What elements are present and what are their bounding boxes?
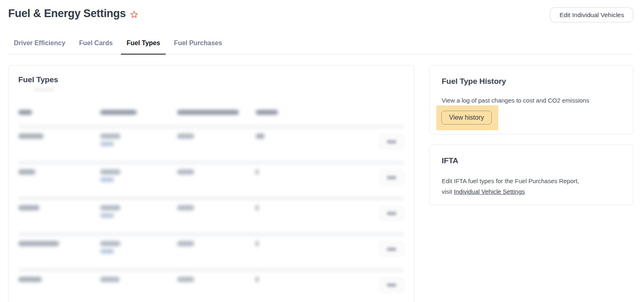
redacted-emissions-text <box>177 241 194 246</box>
column-header-fuel-cost <box>100 110 177 115</box>
tab-fuel-types[interactable]: Fuel Types <box>121 39 166 55</box>
redacted-type-text <box>18 133 44 139</box>
ifta-card-text: Edit IFTA fuel types for the Fuel Purcha… <box>442 176 621 197</box>
content-area: Fuel Types <box>0 55 644 302</box>
edit-individual-vehicles-button[interactable]: Edit Individual Vehicles <box>550 7 633 22</box>
redacted-cost-text <box>100 169 120 175</box>
redacted-cost-link[interactable] <box>100 213 114 218</box>
redacted-emissions-text <box>177 205 194 210</box>
table-row <box>18 129 404 160</box>
column-header-type <box>18 110 100 115</box>
column-header-vehicles <box>256 110 376 115</box>
row-edit-button[interactable] <box>379 206 404 221</box>
individual-vehicle-settings-link[interactable]: Individual Vehicle Settings <box>454 188 525 195</box>
table-body <box>18 124 404 302</box>
tab-fuel-cards[interactable]: Fuel Cards <box>73 39 118 55</box>
redacted-type-text <box>18 241 59 246</box>
history-card-description: View a log of past changes to cost and C… <box>442 97 621 104</box>
redacted-subtitle <box>33 88 55 91</box>
tab-fuel-purchases[interactable]: Fuel Purchases <box>168 39 228 55</box>
redacted-cost-text <box>100 133 120 139</box>
redacted-cost-link[interactable] <box>100 177 114 182</box>
favorite-star-icon[interactable] <box>130 10 138 19</box>
redacted-column-header <box>177 110 239 115</box>
redacted-cost-text <box>100 241 120 246</box>
redacted-cost-text <box>100 205 120 210</box>
redacted-emissions-text <box>177 169 194 175</box>
redacted-emissions-text <box>177 277 194 282</box>
fuel-types-card: Fuel Types <box>8 65 414 302</box>
ifta-text-line1: Edit IFTA fuel types for the Fuel Purcha… <box>442 177 579 184</box>
row-separator <box>18 160 404 165</box>
table-row <box>18 273 404 302</box>
page-title: Fuel & Energy Settings <box>8 7 126 20</box>
tab-driver-efficiency[interactable]: Driver Efficiency <box>8 39 71 55</box>
redacted-button-label <box>387 176 396 179</box>
column-header-emissions <box>177 110 256 115</box>
redacted-column-header <box>100 110 137 115</box>
redacted-column-header <box>18 110 32 115</box>
page-header: Fuel & Energy Settings Edit Individual V… <box>0 0 644 22</box>
redacted-type-text <box>18 169 35 175</box>
row-separator <box>18 267 404 273</box>
redacted-vehicles-count <box>256 277 258 282</box>
redacted-type-text <box>18 277 42 282</box>
redacted-cost-link[interactable] <box>100 142 114 146</box>
redacted-vehicles-count <box>256 133 265 139</box>
fuel-type-history-card: Fuel Type History View a log of past cha… <box>429 65 633 134</box>
redacted-column-header <box>256 110 278 115</box>
table-row <box>18 165 404 196</box>
table-row <box>18 201 404 232</box>
redacted-button-label <box>387 140 396 144</box>
tutorial-highlight: View history <box>436 105 498 130</box>
row-separator <box>18 196 404 201</box>
history-card-title: Fuel Type History <box>442 77 621 86</box>
ifta-card-title: IFTA <box>442 156 621 165</box>
redacted-type-text <box>18 205 39 210</box>
row-separator <box>18 232 404 237</box>
row-edit-button[interactable] <box>379 170 404 185</box>
redacted-vehicles-count <box>256 169 258 175</box>
redacted-vehicles-count <box>256 205 258 210</box>
sidebar: Fuel Type History View a log of past cha… <box>429 65 633 205</box>
tab-bar: Driver Efficiency Fuel Cards Fuel Types … <box>8 39 633 55</box>
table-header-row <box>18 108 404 117</box>
view-history-button[interactable]: View history <box>441 111 492 125</box>
redacted-button-label <box>387 247 396 251</box>
redacted-button-label <box>387 283 396 287</box>
row-separator <box>18 124 404 129</box>
ifta-text-line2-prefix: visit <box>442 188 454 195</box>
table-row <box>18 237 404 267</box>
redacted-cost-text <box>100 277 120 282</box>
redacted-button-label <box>387 212 396 215</box>
row-edit-button[interactable] <box>379 278 404 292</box>
redacted-vehicles-count <box>256 241 258 246</box>
row-edit-button[interactable] <box>379 242 404 256</box>
fuel-types-card-title: Fuel Types <box>18 75 404 84</box>
redacted-emissions-text <box>177 133 194 139</box>
row-edit-button[interactable] <box>379 134 404 149</box>
ifta-card: IFTA Edit IFTA fuel types for the Fuel P… <box>429 144 633 205</box>
redacted-cost-link[interactable] <box>100 249 114 254</box>
